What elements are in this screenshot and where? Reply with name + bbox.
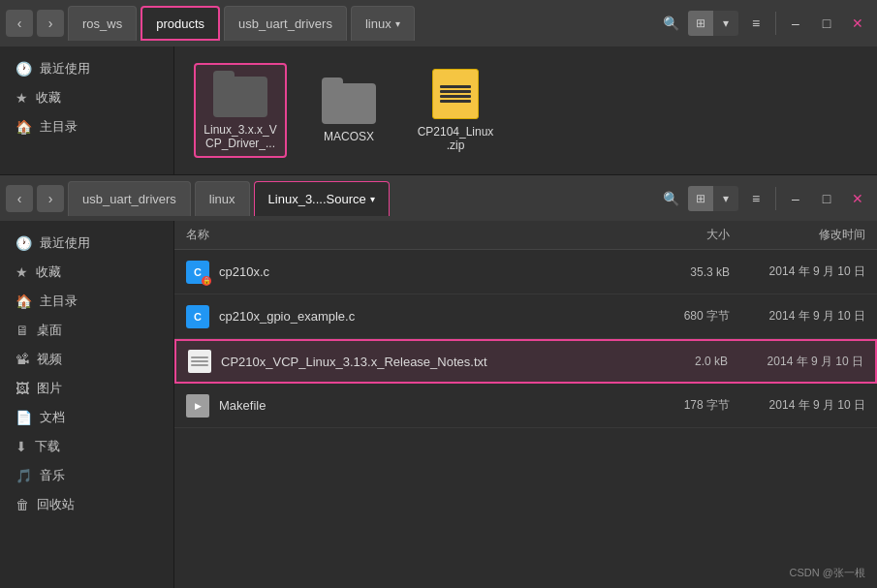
macosx-folder-icon — [322, 77, 376, 124]
close-button-bottom[interactable]: ✕ — [844, 185, 871, 212]
back-button-top[interactable]: ‹ — [6, 10, 33, 37]
back-button-bottom[interactable]: ‹ — [6, 185, 33, 212]
separator-bottom — [775, 187, 776, 210]
trash-icon: 🗑 — [16, 497, 29, 512]
col-size-header: 大小 — [672, 227, 749, 243]
makefile-date: 2014 年 9 月 10 日 — [749, 397, 865, 414]
file-row-cp210x-gpio[interactable]: C cp210x_gpio_example.c 680 字节 2014 年 9 … — [174, 294, 877, 339]
desktop-icon: 🖥 — [16, 323, 29, 338]
makefile-name: ▶ Makefile — [186, 394, 672, 418]
bottom-toolbar-right: 🔍 ⊞ ▾ ≡ – □ ✕ — [657, 185, 871, 212]
grid-view-button-top[interactable]: ⊞ — [688, 11, 713, 36]
top-sidebar: 🕐 最近使用 ★ 收藏 🏠 主目录 — [0, 46, 174, 174]
list-view-button-bottom[interactable]: ≡ — [742, 185, 769, 212]
forward-button-top[interactable]: › — [37, 10, 64, 37]
recent-icon-top: 🕐 — [16, 61, 32, 77]
tab-linux-bottom[interactable]: linux — [195, 181, 250, 216]
linux-folder-label: Linux_3.x.x_VCP_Driver_... — [202, 123, 279, 150]
favorites-icon-bottom: ★ — [16, 264, 28, 280]
search-button-top[interactable]: 🔍 — [657, 10, 684, 37]
sidebar-music[interactable]: 🎵 音乐 — [0, 461, 173, 490]
favorites-icon-top: ★ — [16, 90, 28, 106]
downloads-icon: ⬇ — [16, 439, 27, 454]
release-notes-size: 2.0 kB — [670, 355, 747, 368]
sidebar-desktop[interactable]: 🖥 桌面 — [0, 316, 173, 345]
release-notes-date: 2014 年 9 月 10 日 — [747, 354, 863, 370]
sidebar-downloads[interactable]: ⬇ 下载 — [0, 432, 173, 461]
minimize-button-top[interactable]: – — [782, 10, 809, 37]
cp210x-gpio-size: 680 字节 — [672, 308, 749, 325]
sidebar-favorites-bottom[interactable]: ★ 收藏 — [0, 258, 173, 287]
tab-linux-top[interactable]: linux ▾ — [351, 6, 415, 41]
home-icon-bottom: 🏠 — [16, 294, 32, 309]
cp210x-c-name: C 🔒 cp210x.c — [186, 261, 672, 284]
col-modified-header: 修改时间 — [749, 227, 865, 243]
search-button-bottom[interactable]: 🔍 — [657, 185, 684, 212]
zip-file-icon — [432, 69, 479, 119]
cp210x-c-size: 35.3 kB — [672, 265, 749, 279]
release-notes-name: CP210x_VCP_Linux_3.13.x_Release_Notes.tx… — [188, 350, 670, 373]
sidebar-recent-top[interactable]: 🕐 最近使用 — [0, 54, 173, 83]
cp2104-zip-label: CP2104_Linux.zip — [417, 125, 494, 152]
tab-usb-uart-drivers-top[interactable]: usb_uart_drivers — [224, 6, 347, 41]
dropdown-view-button-bottom[interactable]: ▾ — [713, 186, 738, 211]
tab-dropdown-arrow: ▾ — [395, 18, 400, 29]
tab-source-dropdown-arrow: ▾ — [370, 194, 375, 204]
cp210x-c-date: 2014 年 9 月 10 日 — [749, 263, 865, 280]
forward-button-bottom[interactable]: › — [37, 185, 64, 212]
file-row-cp210x-c[interactable]: C 🔒 cp210x.c 35.3 kB 2014 年 9 月 10 日 — [174, 250, 877, 294]
file-cp2104-zip[interactable]: CP2104_Linux.zip — [411, 63, 500, 158]
sidebar-documents[interactable]: 📄 文档 — [0, 403, 173, 432]
top-file-manager: ‹ › ros_ws products usb_uart_drivers lin… — [0, 0, 877, 174]
tab-linux-source[interactable]: Linux_3....Source ▾ — [254, 181, 390, 216]
tab-products[interactable]: products — [141, 6, 220, 41]
file-row-makefile[interactable]: ▶ Makefile 178 字节 2014 年 9 月 10 日 — [174, 384, 877, 428]
videos-icon: 📽 — [16, 352, 29, 367]
grid-view-button-bottom[interactable]: ⊞ — [688, 186, 713, 211]
c-file-icon: C — [186, 305, 209, 328]
c-lock-file-icon: C 🔒 — [186, 261, 209, 284]
sidebar-trash[interactable]: 🗑 回收站 — [0, 490, 173, 519]
close-button-top[interactable]: ✕ — [844, 10, 871, 37]
minimize-button-bottom[interactable]: – — [782, 185, 809, 212]
sidebar-home-bottom[interactable]: 🏠 主目录 — [0, 287, 173, 316]
tab-ros-ws[interactable]: ros_ws — [68, 6, 137, 41]
tab-usb-uart-drivers-bottom[interactable]: usb_uart_drivers — [68, 181, 191, 216]
list-view-button-top[interactable]: ≡ — [742, 10, 769, 37]
pictures-icon: 🖼 — [16, 381, 29, 396]
sidebar-recent-bottom[interactable]: 🕐 最近使用 — [0, 229, 173, 258]
top-toolbar-right: 🔍 ⊞ ▾ ≡ – □ ✕ — [657, 10, 871, 37]
separator-top — [775, 12, 776, 35]
bottom-file-manager: ‹ › usb_uart_drivers linux Linux_3....So… — [0, 174, 877, 588]
txt-file-icon — [188, 350, 211, 373]
sidebar-home-top[interactable]: 🏠 主目录 — [0, 112, 173, 141]
maximize-button-top[interactable]: □ — [813, 10, 840, 37]
sidebar-videos[interactable]: 📽 视频 — [0, 345, 173, 374]
cp210x-gpio-date: 2014 年 9 月 10 日 — [749, 308, 865, 325]
maximize-button-bottom[interactable]: □ — [813, 185, 840, 212]
sidebar-favorites-top[interactable]: ★ 收藏 — [0, 83, 173, 112]
watermark: CSDN @张一根 — [790, 566, 865, 580]
bottom-file-area: 🕐 最近使用 ★ 收藏 🏠 主目录 🖥 桌面 📽 视频 🖼 图片 — [0, 221, 877, 588]
file-macosx-folder[interactable]: MACOSX — [316, 72, 382, 149]
bottom-toolbar: ‹ › usb_uart_drivers linux Linux_3....So… — [0, 174, 877, 221]
view-toggle-top: ⊞ ▾ — [688, 11, 738, 36]
makefile-file-icon: ▶ — [186, 394, 209, 418]
linux-folder-icon — [213, 71, 267, 117]
home-icon-top: 🏠 — [16, 119, 32, 135]
makefile-size: 178 字节 — [672, 397, 749, 414]
macosx-folder-label: MACOSX — [324, 130, 374, 143]
cp210x-gpio-name: C cp210x_gpio_example.c — [186, 305, 672, 328]
col-name-header: 名称 — [186, 227, 672, 243]
file-linux-folder[interactable]: Linux_3.x.x_VCP_Driver_... — [194, 63, 287, 158]
top-file-area: 🕐 最近使用 ★ 收藏 🏠 主目录 Linux_3.x.x_VCP_Driver… — [0, 46, 877, 174]
dropdown-view-button-top[interactable]: ▾ — [713, 11, 738, 36]
recent-icon-bottom: 🕐 — [16, 235, 32, 251]
lock-badge: 🔒 — [202, 276, 211, 286]
bottom-main-content: 名称 大小 修改时间 C 🔒 cp210x.c 35.3 kB 2014 年 9… — [174, 221, 877, 588]
sidebar-pictures[interactable]: 🖼 图片 — [0, 374, 173, 403]
file-row-release-notes[interactable]: CP210x_VCP_Linux_3.13.x_Release_Notes.tx… — [174, 339, 877, 384]
view-toggle-bottom: ⊞ ▾ — [688, 186, 738, 211]
top-files-grid: Linux_3.x.x_VCP_Driver_... MACOSX — [174, 46, 877, 174]
column-headers: 名称 大小 修改时间 — [174, 221, 877, 250]
